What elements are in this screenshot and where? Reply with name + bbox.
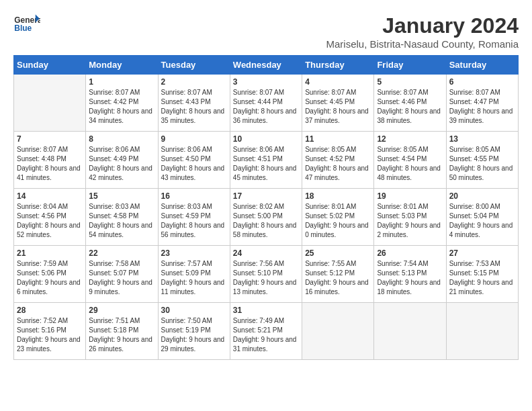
day-number: 4 (305, 77, 371, 87)
calendar-title: January 2024 (326, 13, 519, 38)
day-info: Sunrise: 8:05 AMSunset: 4:54 PMDaylight:… (377, 145, 443, 183)
table-row: 7Sunrise: 8:07 AMSunset: 4:48 PMDaylight… (14, 132, 86, 189)
day-info: Sunrise: 8:06 AMSunset: 4:51 PMDaylight:… (233, 145, 299, 183)
day-number: 18 (305, 191, 371, 201)
day-info: Sunrise: 8:02 AMSunset: 5:00 PMDaylight:… (233, 202, 299, 240)
day-number: 29 (89, 306, 154, 315)
day-number: 5 (377, 77, 443, 87)
day-number: 26 (377, 248, 443, 258)
day-number: 19 (377, 191, 443, 201)
day-info: Sunrise: 8:07 AMSunset: 4:45 PMDaylight:… (305, 88, 371, 126)
table-row: 23Sunrise: 7:57 AMSunset: 5:09 PMDayligh… (158, 246, 230, 303)
table-row: 18Sunrise: 8:01 AMSunset: 5:02 PMDayligh… (302, 189, 374, 246)
day-number: 30 (161, 306, 227, 315)
day-info: Sunrise: 8:03 AMSunset: 4:59 PMDaylight:… (161, 202, 227, 240)
day-number: 20 (449, 191, 515, 201)
table-row: 5Sunrise: 8:07 AMSunset: 4:46 PMDaylight… (374, 75, 446, 132)
day-info: Sunrise: 7:49 AMSunset: 5:21 PMDaylight:… (233, 316, 299, 354)
day-number: 13 (449, 134, 515, 144)
table-row: 31Sunrise: 7:49 AMSunset: 5:21 PMDayligh… (230, 303, 302, 360)
week-row-4: 21Sunrise: 7:59 AMSunset: 5:06 PMDayligh… (14, 246, 519, 303)
day-info: Sunrise: 8:04 AMSunset: 4:56 PMDaylight:… (17, 202, 83, 240)
day-number: 9 (161, 134, 227, 144)
day-info: Sunrise: 8:01 AMSunset: 5:03 PMDaylight:… (377, 202, 443, 240)
day-number: 21 (17, 248, 83, 258)
svg-text:Blue: Blue (14, 24, 32, 33)
day-info: Sunrise: 8:05 AMSunset: 4:55 PMDaylight:… (449, 145, 515, 183)
week-row-1: 1Sunrise: 8:07 AMSunset: 4:42 PMDaylight… (14, 75, 519, 132)
day-number: 2 (161, 77, 227, 87)
calendar-table: Sunday Monday Tuesday Wednesday Thursday… (13, 55, 519, 360)
table-row: 2Sunrise: 8:07 AMSunset: 4:43 PMDaylight… (158, 75, 230, 132)
table-row (14, 75, 86, 132)
day-number: 12 (377, 134, 443, 144)
day-info: Sunrise: 7:56 AMSunset: 5:10 PMDaylight:… (233, 259, 299, 297)
title-area: January 2024 Mariselu, Bistrita-Nasaud C… (326, 13, 519, 50)
day-number: 24 (233, 248, 299, 258)
table-row: 10Sunrise: 8:06 AMSunset: 4:51 PMDayligh… (230, 132, 302, 189)
table-row: 3Sunrise: 8:07 AMSunset: 4:44 PMDaylight… (230, 75, 302, 132)
day-info: Sunrise: 8:05 AMSunset: 4:52 PMDaylight:… (305, 145, 371, 183)
table-row: 27Sunrise: 7:53 AMSunset: 5:15 PMDayligh… (446, 246, 518, 303)
day-info: Sunrise: 7:51 AMSunset: 5:18 PMDaylight:… (89, 316, 154, 354)
table-row: 16Sunrise: 8:03 AMSunset: 4:59 PMDayligh… (158, 189, 230, 246)
day-info: Sunrise: 7:55 AMSunset: 5:12 PMDaylight:… (305, 259, 371, 297)
generalblue-logo-icon: General Blue (13, 13, 40, 34)
table-row: 22Sunrise: 7:58 AMSunset: 5:07 PMDayligh… (86, 246, 158, 303)
day-info: Sunrise: 8:06 AMSunset: 4:50 PMDaylight:… (161, 145, 227, 183)
day-number: 7 (17, 134, 83, 144)
table-row: 4Sunrise: 8:07 AMSunset: 4:45 PMDaylight… (302, 75, 374, 132)
table-row (302, 303, 374, 360)
day-info: Sunrise: 8:03 AMSunset: 4:58 PMDaylight:… (89, 202, 154, 240)
day-info: Sunrise: 8:07 AMSunset: 4:47 PMDaylight:… (449, 88, 515, 126)
table-row: 11Sunrise: 8:05 AMSunset: 4:52 PMDayligh… (302, 132, 374, 189)
day-info: Sunrise: 8:07 AMSunset: 4:42 PMDaylight:… (89, 88, 154, 126)
table-row: 30Sunrise: 7:50 AMSunset: 5:19 PMDayligh… (158, 303, 230, 360)
day-info: Sunrise: 8:00 AMSunset: 5:04 PMDaylight:… (449, 202, 515, 240)
day-info: Sunrise: 7:54 AMSunset: 5:13 PMDaylight:… (377, 259, 443, 297)
table-row (446, 303, 518, 360)
table-row: 8Sunrise: 8:06 AMSunset: 4:49 PMDaylight… (86, 132, 158, 189)
day-number: 8 (89, 134, 154, 144)
table-row: 9Sunrise: 8:06 AMSunset: 4:50 PMDaylight… (158, 132, 230, 189)
day-number: 16 (161, 191, 227, 201)
table-row: 28Sunrise: 7:52 AMSunset: 5:16 PMDayligh… (14, 303, 86, 360)
table-row: 13Sunrise: 8:05 AMSunset: 4:55 PMDayligh… (446, 132, 518, 189)
day-info: Sunrise: 7:50 AMSunset: 5:19 PMDaylight:… (161, 316, 227, 354)
table-row: 14Sunrise: 8:04 AMSunset: 4:56 PMDayligh… (14, 189, 86, 246)
header-wednesday: Wednesday (230, 56, 302, 75)
day-number: 14 (17, 191, 83, 201)
day-number: 23 (161, 248, 227, 258)
table-row: 25Sunrise: 7:55 AMSunset: 5:12 PMDayligh… (302, 246, 374, 303)
header-monday: Monday (86, 56, 158, 75)
table-row: 15Sunrise: 8:03 AMSunset: 4:58 PMDayligh… (86, 189, 158, 246)
week-row-3: 14Sunrise: 8:04 AMSunset: 4:56 PMDayligh… (14, 189, 519, 246)
table-row: 20Sunrise: 8:00 AMSunset: 5:04 PMDayligh… (446, 189, 518, 246)
day-number: 31 (233, 306, 299, 315)
day-info: Sunrise: 8:01 AMSunset: 5:02 PMDaylight:… (305, 202, 371, 240)
day-info: Sunrise: 7:58 AMSunset: 5:07 PMDaylight:… (89, 259, 154, 297)
day-number: 28 (17, 306, 83, 315)
day-number: 1 (89, 77, 154, 87)
table-row (374, 303, 446, 360)
logo: General Blue (13, 13, 40, 34)
days-header-row: Sunday Monday Tuesday Wednesday Thursday… (14, 56, 519, 75)
header-saturday: Saturday (446, 56, 518, 75)
day-info: Sunrise: 7:53 AMSunset: 5:15 PMDaylight:… (449, 259, 515, 297)
day-info: Sunrise: 8:06 AMSunset: 4:49 PMDaylight:… (89, 145, 154, 183)
header-thursday: Thursday (302, 56, 374, 75)
table-row: 24Sunrise: 7:56 AMSunset: 5:10 PMDayligh… (230, 246, 302, 303)
day-info: Sunrise: 8:07 AMSunset: 4:44 PMDaylight:… (233, 88, 299, 126)
day-number: 11 (305, 134, 371, 144)
day-number: 25 (305, 248, 371, 258)
header: General Blue January 2024 Mariselu, Bist… (13, 13, 519, 50)
day-number: 27 (449, 248, 515, 258)
day-number: 3 (233, 77, 299, 87)
header-friday: Friday (374, 56, 446, 75)
day-info: Sunrise: 7:59 AMSunset: 5:06 PMDaylight:… (17, 259, 83, 297)
table-row: 29Sunrise: 7:51 AMSunset: 5:18 PMDayligh… (86, 303, 158, 360)
day-number: 17 (233, 191, 299, 201)
week-row-5: 28Sunrise: 7:52 AMSunset: 5:16 PMDayligh… (14, 303, 519, 360)
day-number: 10 (233, 134, 299, 144)
table-row: 26Sunrise: 7:54 AMSunset: 5:13 PMDayligh… (374, 246, 446, 303)
